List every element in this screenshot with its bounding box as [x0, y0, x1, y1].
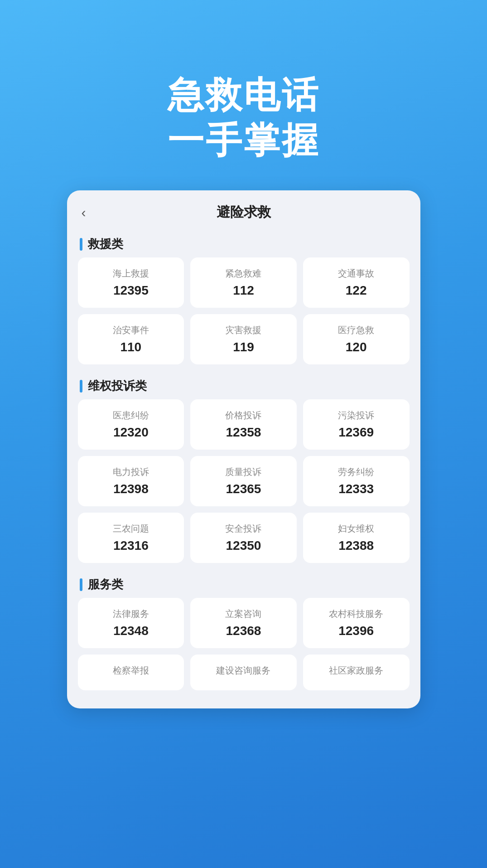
- hero-text: 急救电话 一手掌握: [168, 73, 320, 163]
- electricity-number: 12398: [113, 482, 149, 496]
- emergency-label: 紧急救难: [225, 267, 261, 280]
- price-number: 12358: [226, 425, 261, 440]
- traffic-label: 交通事故: [338, 267, 374, 280]
- section-rights-label: 维权投诉类: [67, 371, 420, 399]
- safety-label: 安全投诉: [225, 523, 261, 535]
- safety-number: 12350: [226, 538, 261, 553]
- phone-card-pollution[interactable]: 污染投诉 12369: [303, 399, 410, 450]
- phone-card-rural-tech[interactable]: 农村科技服务 12396: [303, 598, 410, 648]
- phone-card-medical[interactable]: 医疗急救 120: [303, 314, 410, 364]
- agriculture-number: 12316: [113, 538, 149, 553]
- phone-card-emergency[interactable]: 紧急救难 112: [190, 257, 297, 308]
- women-label: 妇女维权: [338, 523, 374, 535]
- traffic-number: 122: [346, 283, 367, 298]
- rescue-grid: 海上救援 12395 紧急救难 112 交通事故 122 治安事件 110 灾害…: [67, 257, 420, 364]
- card-header: ‹ 避险求救: [67, 190, 420, 229]
- pollution-label: 污染投诉: [338, 409, 374, 422]
- phone-card-safety[interactable]: 安全投诉 12350: [190, 513, 297, 563]
- phone-card-electricity[interactable]: 电力投诉 12398: [78, 456, 184, 506]
- fire-number: 119: [233, 340, 254, 354]
- section-services-label: 服务类: [67, 569, 420, 598]
- women-number: 12388: [338, 538, 374, 553]
- electricity-label: 电力投诉: [113, 466, 149, 478]
- phone-card-community[interactable]: 社区家政服务: [303, 655, 410, 690]
- phone-card-police[interactable]: 治安事件 110: [78, 314, 184, 364]
- medical-dispute-number: 12320: [113, 425, 149, 440]
- medical-label: 医疗急救: [338, 324, 374, 336]
- emergency-number: 112: [233, 283, 254, 298]
- filing-label: 立案咨询: [225, 608, 261, 620]
- phone-card-legal[interactable]: 法律服务 12348: [78, 598, 184, 648]
- rights-grid: 医患纠纷 12320 价格投诉 12358 污染投诉 12369 电力投诉 12…: [67, 399, 420, 563]
- filing-number: 12368: [226, 624, 261, 638]
- phone-card-construction[interactable]: 建设咨询服务: [190, 655, 297, 690]
- hero-line1: 急救电话: [168, 73, 320, 118]
- phone-card-price[interactable]: 价格投诉 12358: [190, 399, 297, 450]
- quality-label: 质量投诉: [225, 466, 261, 478]
- phone-card-traffic[interactable]: 交通事故 122: [303, 257, 410, 308]
- quality-number: 12365: [226, 482, 261, 496]
- services-grid: 法律服务 12348 立案咨询 12368 农村科技服务 12396 检察举报 …: [67, 598, 420, 690]
- pollution-number: 12369: [338, 425, 374, 440]
- phone-card-labor[interactable]: 劳务纠纷 12333: [303, 456, 410, 506]
- section-rescue-label: 救援类: [67, 229, 420, 257]
- rural-tech-label: 农村科技服务: [329, 608, 383, 620]
- phone-card-filing[interactable]: 立案咨询 12368: [190, 598, 297, 648]
- fire-label: 灾害救援: [225, 324, 261, 336]
- card-title: 避险求救: [82, 203, 406, 222]
- rural-tech-number: 12396: [338, 624, 374, 638]
- maritime-rescue-label: 海上救援: [113, 267, 149, 280]
- labor-label: 劳务纠纷: [338, 466, 374, 478]
- phone-card-women[interactable]: 妇女维权 12388: [303, 513, 410, 563]
- phone-card-maritime[interactable]: 海上救援 12395: [78, 257, 184, 308]
- hero-line2: 一手掌握: [168, 118, 320, 163]
- community-label: 社区家政服务: [329, 664, 383, 677]
- agriculture-label: 三农问题: [113, 523, 149, 535]
- construction-label: 建设咨询服务: [216, 664, 270, 677]
- main-card: ‹ 避险求救 救援类 海上救援 12395 紧急救难 112 交通事故 122 …: [67, 190, 420, 708]
- police-label: 治安事件: [113, 324, 149, 336]
- medical-dispute-label: 医患纠纷: [113, 409, 149, 422]
- price-label: 价格投诉: [225, 409, 261, 422]
- phone-card-medical-dispute[interactable]: 医患纠纷 12320: [78, 399, 184, 450]
- medical-number: 120: [346, 340, 367, 354]
- procuratorate-label: 检察举报: [113, 664, 149, 677]
- legal-number: 12348: [113, 624, 149, 638]
- police-number: 110: [120, 340, 141, 354]
- back-button[interactable]: ‹: [82, 205, 86, 220]
- labor-number: 12333: [338, 482, 374, 496]
- phone-card-agriculture[interactable]: 三农问题 12316: [78, 513, 184, 563]
- phone-card-fire[interactable]: 灾害救援 119: [190, 314, 297, 364]
- maritime-rescue-number: 12395: [113, 283, 149, 298]
- legal-label: 法律服务: [113, 608, 149, 620]
- phone-card-procuratorate[interactable]: 检察举报: [78, 655, 184, 690]
- phone-card-quality[interactable]: 质量投诉 12365: [190, 456, 297, 506]
